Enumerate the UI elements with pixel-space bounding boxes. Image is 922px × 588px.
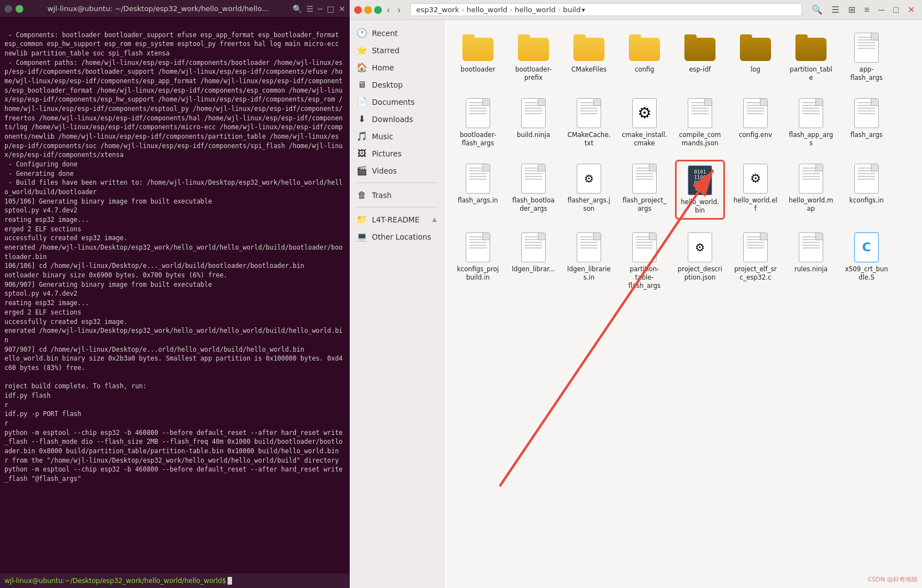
config-icon xyxy=(629,32,660,63)
hello-world-elf-icon: ⚙ xyxy=(740,163,771,194)
flash-app-args-icon xyxy=(795,98,827,129)
sidebar-item-downloads[interactable]: ⬇ Downloads xyxy=(350,110,444,128)
sidebar-label-documents: Documents xyxy=(372,98,415,107)
terminal-title: wjl-linux@ubuntu: ~/Desktop/esp32_work/h… xyxy=(27,4,289,13)
minimize-icon[interactable]: ─ xyxy=(318,4,323,13)
grid-view-button[interactable]: ⊞ xyxy=(845,3,858,17)
file-item-ldgen-libraries[interactable]: ldgen_librar... xyxy=(508,229,558,293)
hello-world-bin-icon: 010111000011BIN xyxy=(684,165,716,196)
bootloader-prefix-label: bootloader-prefix xyxy=(511,65,556,82)
sidebar-label-l4t: L4T-README xyxy=(372,215,420,224)
file-item-x509-crt-bundle[interactable]: C x509_crt_bundle.S xyxy=(842,229,891,293)
file-item-build-ninja[interactable]: build.ninja xyxy=(508,94,558,151)
close-icon[interactable]: ✕ xyxy=(339,4,345,13)
cmakecache-icon xyxy=(573,98,604,129)
file-item-project-elf-src[interactable]: project_elf_src_esp32.c xyxy=(730,229,780,293)
log-label: log xyxy=(750,65,760,74)
file-item-project-description[interactable]: ⚙ project_description.json xyxy=(675,229,725,293)
sidebar-item-home[interactable]: 🏠 Home xyxy=(350,59,444,76)
file-item-hello-world-elf[interactable]: ⚙ hello_world.elf xyxy=(730,160,780,220)
search-icon[interactable]: 🔍 xyxy=(293,4,302,13)
sidebar-label-videos: Videos xyxy=(372,166,397,175)
sidebar-item-starred[interactable]: ⭐ Starred xyxy=(350,42,444,59)
search-button[interactable]: 🔍 xyxy=(809,3,825,17)
fm-content[interactable]: bootloader bootloader-prefix CMakeFiles xyxy=(444,20,922,588)
breadcrumb-item-2[interactable]: hello_world xyxy=(465,6,508,14)
hello-world-map-label: hello_world.map xyxy=(788,196,834,213)
breadcrumb-item-4[interactable]: build xyxy=(562,6,582,14)
sidebar-item-documents[interactable]: 📄 Documents xyxy=(350,93,444,110)
minimize-button[interactable]: ─ xyxy=(875,3,887,17)
window-minimize-button[interactable] xyxy=(364,6,372,14)
breadcrumb-item-1[interactable]: esp32_work xyxy=(415,6,461,14)
sidebar-label-starred: Starred xyxy=(372,46,400,55)
file-item-ldgen-libraries-in[interactable]: ldgen_libraries.in xyxy=(564,229,614,293)
breadcrumb-dropdown-button[interactable]: ▾ xyxy=(582,6,585,14)
cmake-install-icon: ⚙ xyxy=(629,98,660,129)
file-item-hello-world-bin[interactable]: 010111000011BIN hello_world.bin xyxy=(675,160,725,220)
sidebar-item-trash[interactable]: 🗑 Trash xyxy=(350,186,444,204)
file-item-bootloader-flash-args[interactable]: bootloader-flash_args xyxy=(453,94,503,151)
maximize-button[interactable]: □ xyxy=(890,3,901,17)
kconfigs-projbuild-icon xyxy=(462,232,493,263)
nav-back-button[interactable]: ‹ xyxy=(384,3,392,17)
sidebar-label-recent: Recent xyxy=(372,29,398,38)
sidebar-separator-2 xyxy=(355,207,438,207)
file-item-kconfigs-in[interactable]: kconfigs.in xyxy=(842,160,891,220)
file-item-config-env[interactable]: config.env xyxy=(730,94,780,151)
sidebar-item-desktop[interactable]: 🖥 Desktop xyxy=(350,76,444,93)
bootloader-flash-args-label: bootloader-flash_args xyxy=(455,131,501,148)
sidebar-item-recent[interactable]: 🕐 Recent xyxy=(350,24,444,42)
build-ninja-label: build.ninja xyxy=(517,131,550,139)
file-item-cmakecache[interactable]: CMakeCache.txt xyxy=(564,94,614,151)
file-item-app-flash-args[interactable]: app-flash_args xyxy=(842,29,891,85)
file-item-esp-idf[interactable]: esp-idf xyxy=(675,29,725,85)
file-item-bootloader-prefix[interactable]: bootloader-prefix xyxy=(508,29,558,85)
file-item-flash-project-args[interactable]: flash_project_args xyxy=(619,160,669,220)
window-maximize-button[interactable] xyxy=(374,6,382,14)
sidebar-label-desktop: Desktop xyxy=(372,80,403,89)
terminal-prompt: wjl-linux@ubuntu:~/Desktop/esp32_work/he… xyxy=(4,577,226,585)
file-item-bootloader[interactable]: bootloader xyxy=(453,29,503,85)
compile-commands-icon xyxy=(684,98,716,129)
file-grid: bootloader bootloader-prefix CMakeFiles xyxy=(453,29,913,293)
list-view-button[interactable]: ☰ xyxy=(829,3,842,17)
file-item-compile-commands[interactable]: compile_commands.json xyxy=(675,94,725,151)
options-button[interactable]: ≡ xyxy=(861,3,872,17)
file-item-flasher-args-json[interactable]: ⚙ flasher_args.json xyxy=(564,160,614,220)
sidebar-label-home: Home xyxy=(372,63,394,72)
file-item-flash-app-args[interactable]: flash_app_args xyxy=(786,94,836,151)
sidebar-item-pictures[interactable]: 🖼 Pictures xyxy=(350,145,444,162)
close-button[interactable]: ✕ xyxy=(905,3,918,17)
videos-icon: 🎬 xyxy=(356,165,367,176)
filemanager-titlebar: ‹ › esp32_work › hello_world › hello_wor… xyxy=(350,0,922,20)
sidebar-item-videos[interactable]: 🎬 Videos xyxy=(350,162,444,179)
file-item-partition-table-flash-args[interactable]: partition-table-flash_args xyxy=(619,229,669,293)
file-item-flash-bootloader-args[interactable]: flash_bootloader_args xyxy=(508,160,558,220)
terminal-content[interactable]: - Components: bootloader bootloader_supp… xyxy=(0,18,350,574)
project-description-icon: ⚙ xyxy=(684,232,716,263)
file-item-cmake-install[interactable]: ⚙ cmake_install.cmake xyxy=(619,94,669,151)
flasher-args-json-icon: ⚙ xyxy=(573,163,604,194)
sidebar-item-l4t[interactable]: 📁 L4T-README ▲ xyxy=(350,211,444,228)
file-item-kconfigs-projbuild[interactable]: kconfigs_projbuild.in xyxy=(453,229,503,293)
file-item-flash-args-in[interactable]: flash_args.in xyxy=(453,160,503,220)
hello-world-bin-label: hello_world.bin xyxy=(679,198,721,215)
file-item-hello-world-map[interactable]: hello_world.map xyxy=(786,160,836,220)
menu-icon[interactable]: ☰ xyxy=(306,4,314,13)
nav-forward-button[interactable]: › xyxy=(395,3,403,17)
build-ninja-icon xyxy=(518,98,549,129)
flasher-args-json-label: flasher_args.json xyxy=(566,196,612,213)
file-item-partition-table[interactable]: partition_table xyxy=(786,29,836,85)
file-item-log[interactable]: log xyxy=(730,29,780,85)
file-item-rules-ninja[interactable]: rules.ninja xyxy=(786,229,836,293)
sidebar-item-music[interactable]: 🎵 Music xyxy=(350,128,444,145)
maximize-icon[interactable]: □ xyxy=(327,4,334,13)
sidebar-item-other-locations[interactable]: 💻 Other Locations xyxy=(350,228,444,245)
breadcrumb-item-3[interactable]: hello_world xyxy=(513,6,557,14)
file-item-cmakefiles[interactable]: CMakeFiles xyxy=(564,29,614,85)
file-item-flash-args[interactable]: flash_args xyxy=(842,94,891,151)
window-close-button[interactable] xyxy=(354,6,362,14)
file-item-config[interactable]: config xyxy=(619,29,669,85)
home-icon: 🏠 xyxy=(356,62,367,73)
